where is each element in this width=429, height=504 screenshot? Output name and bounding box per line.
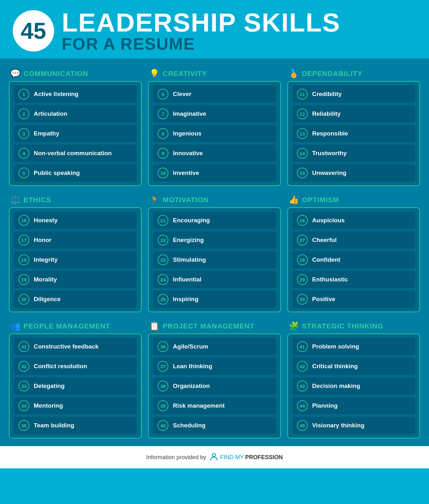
skill-number-26: 26 xyxy=(297,215,308,226)
skill-item-36: 36Agile/Scrum xyxy=(153,338,276,355)
header-line2: FOR A RESUME xyxy=(62,36,340,52)
optimism-icon: 👍 xyxy=(289,195,299,205)
skill-number-5: 5 xyxy=(18,168,29,178)
category-motivation: 🏃MOTIVATION21Encouraging22Energizing23St… xyxy=(148,192,281,312)
skill-name-39: Risk management xyxy=(173,402,225,410)
header: 45 LEADERSHIP SKILLS FOR A RESUME xyxy=(0,0,429,59)
category-dependability: 🏅DEPENDABILITY11Credibility12Reliability… xyxy=(287,66,420,186)
category-header-project-management: 📋PROJECT MANAGEMENT xyxy=(148,319,281,334)
skill-number-12: 12 xyxy=(297,108,308,119)
skill-name-45: Visionary thinking xyxy=(312,422,364,429)
skill-number-34: 34 xyxy=(18,400,29,411)
skill-name-1: Active listening xyxy=(34,91,78,98)
skill-name-27: Cheerful xyxy=(312,237,337,244)
communication-title: COMMUNICATION xyxy=(24,70,88,78)
category-header-optimism: 👍OPTIMISM xyxy=(287,192,420,207)
skill-name-15: Unwavering xyxy=(312,169,347,177)
skill-number-43: 43 xyxy=(297,381,308,391)
ethics-box: 16Honesty17Honor18Integrity19Morality20D… xyxy=(9,207,142,312)
skill-item-14: 14Trustworthy xyxy=(292,145,415,162)
category-optimism: 👍OPTIMISM26Auspicious27Cheerful28Confide… xyxy=(287,192,420,312)
skill-number-45: 45 xyxy=(297,420,308,431)
skill-number-16: 16 xyxy=(18,215,29,226)
svg-point-0 xyxy=(212,453,215,457)
people-management-box: 31Constructive feedback32Conflict resolu… xyxy=(9,334,142,438)
skill-item-7: 7Imaginative xyxy=(153,105,276,122)
skill-number-21: 21 xyxy=(158,215,168,226)
skill-number-24: 24 xyxy=(158,274,168,285)
skill-item-41: 41Problem solving xyxy=(292,338,415,355)
header-line1: LEADERSHIP SKILLS xyxy=(62,10,340,36)
category-header-creativity: 💡CREATIVITY xyxy=(148,66,281,81)
skill-name-13: Responsible xyxy=(312,130,348,137)
skill-name-7: Imaginative xyxy=(173,110,206,118)
main-content: 💬COMMUNICATION1Active listening2Articula… xyxy=(0,59,429,446)
skill-name-24: Influential xyxy=(173,276,201,283)
skill-item-25: 25Inspiring xyxy=(153,291,276,308)
skill-item-20: 20Diligence xyxy=(14,291,137,308)
skill-number-37: 37 xyxy=(158,361,168,372)
skill-name-14: Trustworthy xyxy=(312,150,347,157)
ethics-icon: ⚖️ xyxy=(10,195,20,205)
dependability-icon: 🏅 xyxy=(289,69,299,79)
skill-number-23: 23 xyxy=(158,254,168,265)
creativity-icon: 💡 xyxy=(149,69,159,79)
skill-number-32: 32 xyxy=(18,361,29,372)
skill-number-8: 8 xyxy=(158,128,168,139)
category-header-motivation: 🏃MOTIVATION xyxy=(148,192,281,207)
motivation-icon: 🏃 xyxy=(149,195,159,205)
skill-item-34: 34Mentoring xyxy=(14,397,137,414)
skill-name-4: Non-verbal communication xyxy=(34,150,112,157)
project-management-box: 36Agile/Scrum37Lean thinking38Organizati… xyxy=(148,334,281,438)
skill-number-42: 42 xyxy=(297,361,308,372)
skill-name-21: Encouraging xyxy=(173,217,210,224)
skill-name-16: Honesty xyxy=(34,217,58,224)
header-title: LEADERSHIP SKILLS FOR A RESUME xyxy=(62,10,340,52)
skill-item-21: 21Encouraging xyxy=(153,212,276,229)
skill-item-1: 1Active listening xyxy=(14,86,137,103)
skill-item-28: 28Confident xyxy=(292,251,415,268)
skill-item-4: 4Non-verbal communication xyxy=(14,145,137,162)
skill-name-26: Auspicious xyxy=(312,217,345,224)
skill-name-36: Agile/Scrum xyxy=(173,343,208,350)
optimism-title: OPTIMISM xyxy=(302,196,339,204)
skill-name-20: Diligence xyxy=(34,296,60,303)
skill-number-1: 1 xyxy=(18,89,29,100)
skill-item-29: 29Enthusiastic xyxy=(292,271,415,288)
category-strategic-thinking: 🧩STRATEGIC THINKING41Problem solving42Cr… xyxy=(287,319,420,438)
skill-number-39: 39 xyxy=(158,400,168,411)
skill-number-11: 11 xyxy=(297,89,308,100)
category-project-management: 📋PROJECT MANAGEMENT36Agile/Scrum37Lean t… xyxy=(148,319,281,438)
skill-name-12: Reliability xyxy=(312,110,341,118)
footer-logo: FIND MY PROFESSION xyxy=(209,452,283,463)
skill-item-9: 9Innovative xyxy=(153,145,276,162)
skill-name-30: Positive xyxy=(312,296,335,303)
skill-name-23: Stimulating xyxy=(173,256,206,264)
category-header-ethics: ⚖️ETHICS xyxy=(9,192,142,207)
category-header-strategic-thinking: 🧩STRATEGIC THINKING xyxy=(287,319,420,334)
skill-item-33: 33Delegating xyxy=(14,377,137,395)
categories-grid: 💬COMMUNICATION1Active listening2Articula… xyxy=(9,66,420,438)
skill-name-32: Conflict resolution xyxy=(34,363,87,370)
skill-name-35: Team building xyxy=(34,422,74,429)
category-creativity: 💡CREATIVITY6Clever7Imaginative8Ingenious… xyxy=(148,66,281,186)
skill-item-38: 38Organization xyxy=(153,377,276,395)
people-management-title: PEOPLE MANAGEMENT xyxy=(24,322,110,330)
strategic-thinking-icon: 🧩 xyxy=(289,321,299,331)
header-circle: 45 xyxy=(13,10,54,52)
skill-name-41: Problem solving xyxy=(312,343,359,350)
skill-number-35: 35 xyxy=(18,420,29,431)
project-management-title: PROJECT MANAGEMENT xyxy=(163,322,254,330)
skill-number-44: 44 xyxy=(297,400,308,411)
skill-item-31: 31Constructive feedback xyxy=(14,338,137,355)
skill-name-8: Ingenious xyxy=(173,130,201,137)
skill-item-10: 10Inventive xyxy=(153,164,276,182)
skill-number-31: 31 xyxy=(18,341,29,352)
skill-name-17: Honor xyxy=(34,237,52,244)
skill-number-36: 36 xyxy=(158,341,168,352)
strategic-thinking-box: 41Problem solving42Critical thinking43De… xyxy=(287,334,420,438)
skill-number-19: 19 xyxy=(18,274,29,285)
skill-number-30: 30 xyxy=(297,294,308,305)
category-communication: 💬COMMUNICATION1Active listening2Articula… xyxy=(9,66,142,186)
skill-number-28: 28 xyxy=(297,254,308,265)
